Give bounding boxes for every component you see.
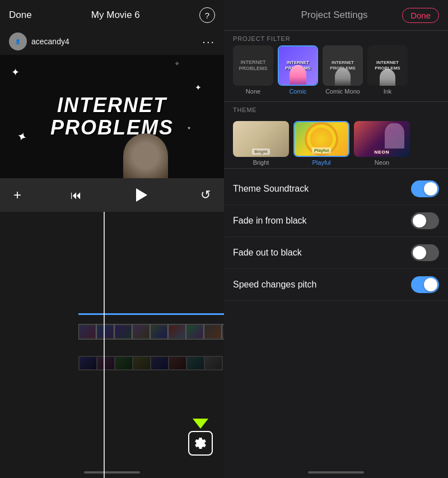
- theme-section-label: THEME: [224, 102, 448, 117]
- thumb-frame: [79, 356, 97, 370]
- left-panel: Done My Movie 6 ? 👤 acecandy4 ··· ✦ ✦ ✦ …: [0, 0, 224, 478]
- film-frame: [168, 324, 186, 340]
- thumb-frame: [186, 356, 204, 370]
- rotate-button[interactable]: ↺: [200, 188, 211, 202]
- toggle-knob: [413, 214, 426, 228]
- theme-scroll: Bright Bright Playful Playful: [224, 117, 448, 168]
- help-button[interactable]: ?: [199, 7, 215, 23]
- theme-playful-bg: Playful: [295, 122, 348, 156]
- thumb-frame: [97, 356, 115, 370]
- down-arrow-icon: [193, 419, 208, 429]
- theme-neon-bg: NEON: [354, 121, 410, 157]
- filter-label-comic: Comic: [289, 88, 306, 95]
- user-row: 👤 acecandy4 ···: [0, 30, 224, 55]
- gear-icon: [194, 437, 207, 450]
- filter-thumb-comic: INTERNETPROBLEMS: [279, 47, 317, 85]
- toggle-rows: Theme Soundtrack Fade in from black Fade…: [224, 169, 448, 305]
- settings-button[interactable]: [188, 431, 213, 456]
- user-info: 👤 acecandy4: [9, 33, 69, 50]
- home-indicator-right: [308, 471, 364, 474]
- thumb-frame: [151, 356, 169, 370]
- filter-scroll: INTERNETPROBLEMS None INTERNETPROBLEMS C…: [224, 45, 448, 101]
- film-frame: [204, 324, 222, 340]
- theme-label-bright: Bright: [253, 159, 269, 166]
- theme-soundtrack-toggle[interactable]: [411, 180, 439, 197]
- filter-label-none: None: [246, 88, 260, 95]
- theme-bright-bg: Bright: [233, 121, 289, 157]
- speed-pitch-toggle[interactable]: [411, 276, 439, 293]
- toggle-row-fade-out: Fade out to black: [224, 237, 448, 269]
- video-title-text: INTERNET PROBLEMS: [50, 94, 174, 138]
- person-thumbnail: [123, 133, 168, 178]
- toggle-row-speed-pitch: Speed changes pitch: [224, 269, 448, 301]
- film-frame: [132, 324, 150, 340]
- toggle-label-theme-soundtrack: Theme Soundtrack: [233, 184, 309, 194]
- toggle-label-fade-in: Fade in from black: [233, 216, 307, 226]
- filter-item-comic[interactable]: INTERNETPROBLEMS Comic: [278, 45, 318, 95]
- star-icon: ✦: [15, 129, 29, 146]
- toggle-row-theme-soundtrack: Theme Soundtrack: [224, 173, 448, 205]
- film-frame: [78, 324, 96, 340]
- film-frame: [114, 324, 132, 340]
- add-media-button[interactable]: +: [13, 187, 21, 203]
- filter-section-label: PROJECT FILTER: [224, 31, 448, 45]
- thumbnail-strip: [78, 356, 223, 370]
- right-panel: Project Settings Done PROJECT FILTER INT…: [224, 0, 448, 478]
- project-title: My Movie 6: [91, 10, 140, 21]
- filter-label-ink: Ink: [384, 88, 392, 95]
- more-options-button[interactable]: ···: [202, 35, 215, 48]
- filter-thumb-mono: INTERNETPROBLEMS: [323, 45, 363, 86]
- filter-item-ink[interactable]: INTERNETPROBLEMS Ink: [367, 45, 408, 95]
- timeline-marker: [78, 313, 224, 315]
- left-header: Done My Movie 6 ?: [0, 0, 224, 30]
- thumb-frame: [133, 356, 151, 370]
- film-frame: [186, 324, 204, 340]
- star-icon: *: [188, 126, 190, 133]
- filter-label-mono: Comic Mono: [325, 88, 360, 95]
- theme-item-bright[interactable]: Bright Bright: [233, 121, 289, 166]
- toggle-label-fade-out: Fade out to black: [233, 248, 302, 258]
- theme-label-playful: Playful: [312, 159, 330, 166]
- playhead: [104, 212, 105, 478]
- filmstrip: [78, 324, 224, 340]
- video-title-line1: INTERNET: [50, 94, 174, 117]
- done-button-right[interactable]: Done: [402, 8, 439, 23]
- timeline-area[interactable]: [0, 212, 224, 478]
- filter-item-none[interactable]: INTERNETPROBLEMS None: [233, 45, 273, 95]
- star-icon: ✦: [195, 83, 202, 92]
- fade-in-toggle[interactable]: [411, 212, 439, 229]
- play-icon: [136, 188, 147, 202]
- toggle-row-fade-in: Fade in from black: [224, 205, 448, 237]
- video-preview: ✦ ✦ ✦ ✧ * INTERNET PROBLEMS: [0, 55, 224, 178]
- toggle-knob: [424, 278, 437, 291]
- toggle-knob: [413, 246, 426, 259]
- star-icon: ✦: [11, 66, 20, 78]
- play-button[interactable]: [131, 185, 151, 205]
- star-icon: ✧: [175, 61, 179, 67]
- done-button-left[interactable]: Done: [9, 10, 32, 21]
- film-frame: [150, 324, 168, 340]
- thumb-frame: [115, 356, 133, 370]
- username-label: acecandy4: [31, 37, 69, 46]
- filter-thumb-ink: INTERNETPROBLEMS: [367, 45, 408, 86]
- filter-thumb-none: INTERNETPROBLEMS: [233, 45, 273, 86]
- avatar: 👤: [9, 33, 27, 50]
- right-header: Project Settings Done: [224, 0, 448, 30]
- theme-item-neon[interactable]: NEON Neon: [354, 121, 410, 166]
- toggle-label-speed-pitch: Speed changes pitch: [233, 280, 316, 290]
- theme-label-neon: Neon: [375, 159, 389, 166]
- skip-back-button[interactable]: ⏮: [71, 189, 82, 202]
- settings-title: Project Settings: [301, 10, 368, 21]
- controls-bar: + ⏮ ↺: [0, 178, 224, 212]
- toggle-knob: [424, 182, 437, 196]
- home-indicator: [84, 471, 140, 474]
- theme-item-playful[interactable]: Playful Playful: [293, 121, 349, 166]
- film-frame: [96, 324, 114, 340]
- thumb-frame: [204, 356, 222, 370]
- filter-item-comic-mono[interactable]: INTERNETPROBLEMS Comic Mono: [323, 45, 363, 95]
- fade-out-toggle[interactable]: [411, 244, 439, 261]
- settings-area: [188, 419, 213, 456]
- thumb-frame: [169, 356, 186, 370]
- right-footer: [224, 305, 448, 478]
